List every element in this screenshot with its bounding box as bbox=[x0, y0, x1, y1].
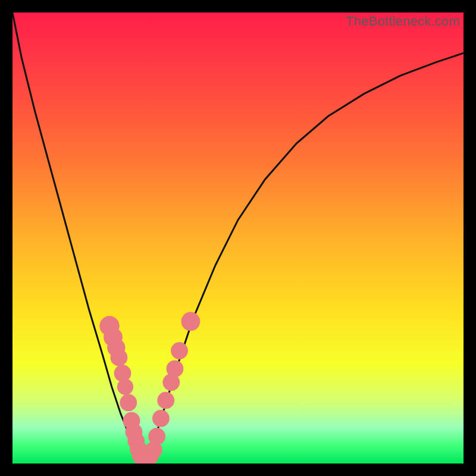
chart-svg bbox=[12, 12, 464, 464]
data-marker bbox=[157, 392, 174, 409]
data-marker bbox=[152, 410, 170, 427]
bottleneck-curve bbox=[12, 12, 464, 464]
data-marker bbox=[111, 349, 128, 367]
data-marker bbox=[148, 428, 165, 445]
data-marker bbox=[120, 394, 137, 411]
chart-frame: TheBottleneck.com bbox=[0, 0, 476, 476]
data-marker bbox=[117, 379, 133, 395]
data-marker bbox=[181, 312, 201, 331]
markers-group bbox=[99, 312, 200, 464]
data-marker bbox=[171, 342, 188, 359]
plot-area: TheBottleneck.com bbox=[12, 12, 464, 464]
data-marker bbox=[167, 360, 184, 377]
